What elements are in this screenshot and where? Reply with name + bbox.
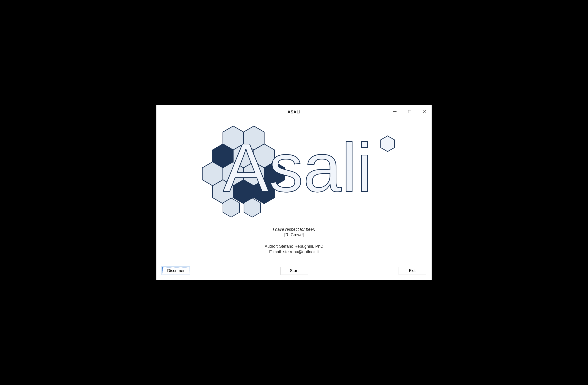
close-icon — [422, 110, 426, 115]
titlebar: ASALI — [156, 105, 432, 119]
exit-button[interactable]: Exit — [399, 267, 426, 275]
minimize-icon — [393, 110, 397, 115]
credits-block: Author: Stefano Rebughini, PhD E-mail: s… — [265, 244, 323, 255]
close-button[interactable] — [417, 105, 432, 119]
disclaimer-button[interactable]: Discrimer — [162, 267, 190, 275]
minimize-button[interactable] — [388, 105, 402, 119]
app-logo: Asali — [195, 128, 393, 216]
email-line: E-mail: ste.rebu@outlook.it — [265, 249, 323, 255]
maximize-button[interactable] — [402, 105, 417, 119]
quote-attribution: [R. Crowe] — [273, 232, 315, 238]
main-content: Asali I have respect for beer. [R. Crowe… — [156, 119, 432, 264]
maximize-icon — [407, 110, 412, 115]
i-dot-hexagon-icon — [381, 136, 395, 152]
svg-rect-1 — [408, 110, 411, 113]
app-window: ASALI — [156, 105, 432, 280]
author-line: Author: Stefano Rebughini, PhD — [265, 244, 323, 249]
window-controls — [388, 105, 432, 119]
wordmark-text: Asali — [223, 132, 372, 205]
start-button[interactable]: Start — [280, 267, 308, 275]
quote-text: I have respect for beer. — [273, 226, 315, 232]
quote-block: I have respect for beer. [R. Crowe] — [273, 226, 315, 238]
wordmark-icon: Asali — [223, 132, 402, 205]
button-row: Discrimer Start Exit — [156, 264, 432, 280]
